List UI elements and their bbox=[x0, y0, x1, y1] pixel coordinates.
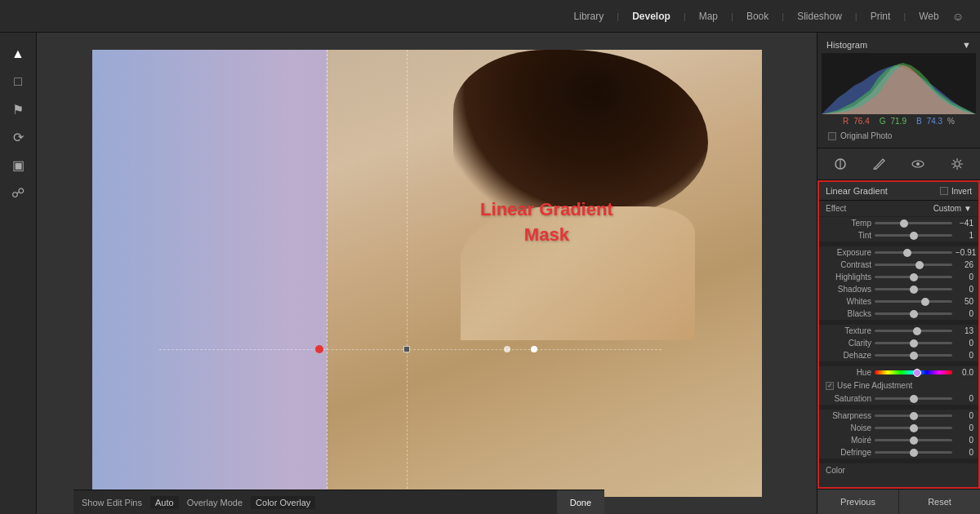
eye-icon[interactable] bbox=[907, 153, 929, 175]
nav-book[interactable]: Book bbox=[746, 11, 768, 22]
slider-texture-track[interactable] bbox=[875, 330, 952, 332]
slider-tint-label: Tint bbox=[824, 231, 871, 240]
nav-slideshow[interactable]: Slideshow bbox=[797, 11, 842, 22]
slider-hue: Hue 0.0 bbox=[819, 366, 978, 379]
slider-hue-value: 0.0 bbox=[956, 368, 973, 377]
slider-noise-track[interactable] bbox=[875, 427, 952, 429]
svg-point-4 bbox=[955, 162, 960, 166]
slider-exposure-value: −0.91 bbox=[956, 248, 973, 257]
tools-row bbox=[817, 148, 980, 180]
nav-sep-1: | bbox=[617, 11, 619, 21]
compare-tool[interactable]: ▣ bbox=[5, 152, 31, 178]
slider-exposure-label: Exposure bbox=[824, 248, 871, 257]
slider-tint-value: 1 bbox=[956, 231, 973, 240]
fine-adjustment-row: ✓ Use Fine Adjustment bbox=[819, 379, 978, 392]
effect-dropdown-icon: ▼ bbox=[964, 204, 972, 213]
fine-adjustment-checkbox[interactable]: ✓ bbox=[826, 382, 834, 390]
slider-sharpness-track[interactable] bbox=[875, 414, 952, 417]
slider-blacks-track[interactable] bbox=[875, 312, 952, 315]
slider-whites-track[interactable] bbox=[875, 300, 952, 303]
slider-contrast-value: 26 bbox=[956, 260, 973, 269]
local-adjustments-icon[interactable] bbox=[830, 153, 851, 175]
original-photo-row: Original Photo bbox=[822, 128, 976, 144]
previous-button[interactable]: Previous bbox=[817, 490, 898, 514]
gradient-square-point[interactable] bbox=[403, 346, 410, 352]
brush-icon[interactable] bbox=[869, 153, 890, 175]
done-button[interactable]: Done bbox=[557, 490, 604, 514]
reset-button[interactable]: Reset bbox=[898, 490, 980, 514]
slider-texture: Texture 13 bbox=[819, 325, 978, 337]
flag-tool[interactable]: ⚑ bbox=[5, 96, 31, 122]
nav-sep-3: | bbox=[731, 11, 733, 21]
slider-hue-label: Hue bbox=[824, 368, 871, 377]
slider-temp-track[interactable] bbox=[875, 222, 952, 224]
slider-highlights-value: 0 bbox=[956, 273, 973, 281]
effect-select[interactable]: Custom ▼ bbox=[933, 204, 972, 213]
nav-sep-6: | bbox=[903, 11, 906, 21]
slider-highlights-track[interactable] bbox=[875, 276, 952, 278]
slider-shadows-track[interactable] bbox=[875, 288, 952, 290]
slider-texture-label: Texture bbox=[824, 326, 871, 335]
show-edit-pins-value[interactable]: Auto bbox=[150, 496, 179, 509]
gradient-center-point[interactable] bbox=[315, 345, 323, 353]
histogram-title: Histogram bbox=[826, 40, 867, 50]
expand-tool[interactable]: ▲ bbox=[5, 41, 31, 67]
slider-temp: Temp −41 bbox=[819, 217, 978, 229]
slider-tint-track[interactable] bbox=[875, 234, 952, 237]
slider-contrast-label: Contrast bbox=[824, 260, 871, 269]
slider-tint: Tint 1 bbox=[819, 229, 978, 241]
percent-sign: % bbox=[947, 117, 955, 126]
panel-bottom: Previous Reset bbox=[817, 489, 980, 514]
histogram-expand-icon[interactable]: ▼ bbox=[962, 40, 971, 50]
slider-sharpness-label: Sharpness bbox=[824, 411, 871, 420]
slider-hue-track[interactable] bbox=[875, 370, 952, 374]
slider-moire-track[interactable] bbox=[875, 439, 952, 441]
nav-library[interactable]: Library bbox=[574, 11, 604, 22]
slider-exposure-track[interactable] bbox=[875, 251, 952, 254]
histogram-section: Histogram ▼ R 76.4 G bbox=[817, 33, 980, 148]
overlay-mode-label: Overlay Mode bbox=[187, 498, 243, 507]
slider-dehaze-label: Dehaze bbox=[824, 351, 871, 360]
nav-develop[interactable]: Develop bbox=[632, 11, 670, 22]
gradient-right-point-2[interactable] bbox=[531, 346, 537, 352]
slider-dehaze-track[interactable] bbox=[875, 354, 952, 357]
slider-defringe-track[interactable] bbox=[875, 451, 952, 454]
horizontal-guide bbox=[159, 349, 662, 350]
slider-whites-label: Whites bbox=[824, 297, 871, 306]
top-navigation: Library | Develop | Map | Book | Slidesh… bbox=[0, 0, 980, 33]
zoom-tool[interactable]: □ bbox=[5, 69, 31, 95]
slider-moire-value: 0 bbox=[956, 436, 973, 445]
slider-clarity-track[interactable] bbox=[875, 342, 952, 344]
r-value: 76.4 bbox=[853, 117, 869, 126]
slider-sharpness: Sharpness 0 bbox=[819, 410, 978, 422]
photo-canvas[interactable]: Linear Gradient Mask Show Edit Pins Auto… bbox=[37, 33, 817, 514]
slider-noise-label: Noise bbox=[824, 423, 871, 432]
slider-dehaze-value: 0 bbox=[956, 351, 973, 360]
rgb-values: R 76.4 G 71.9 B 74.3 % bbox=[822, 114, 976, 128]
slider-highlights: Highlights 0 bbox=[819, 271, 978, 283]
mask-header: Linear Gradient Invert bbox=[819, 182, 978, 201]
nav-map[interactable]: Map bbox=[699, 11, 718, 22]
slider-noise: Noise 0 bbox=[819, 422, 978, 434]
original-photo-label: Original Photo bbox=[840, 131, 892, 140]
slider-contrast-track[interactable] bbox=[875, 264, 952, 266]
info-tool[interactable]: ☍ bbox=[5, 179, 31, 206]
histogram-header: Histogram ▼ bbox=[822, 37, 976, 53]
show-edit-pins-label: Show Edit Pins bbox=[82, 498, 142, 507]
invert-checkbox[interactable] bbox=[940, 187, 948, 195]
slider-clarity-value: 0 bbox=[956, 339, 973, 348]
right-panel: Histogram ▼ R 76.4 G bbox=[817, 33, 980, 514]
settings-icon[interactable] bbox=[947, 153, 968, 175]
slider-moire: Moiré 0 bbox=[819, 434, 978, 446]
overlay-mode-value[interactable]: Color Overlay bbox=[251, 496, 315, 509]
original-photo-checkbox[interactable] bbox=[828, 132, 836, 140]
nav-print[interactable]: Print bbox=[871, 11, 891, 22]
rotate-tool[interactable]: ⟳ bbox=[5, 124, 31, 150]
slider-shadows: Shadows 0 bbox=[819, 283, 978, 295]
slider-saturation-track[interactable] bbox=[875, 397, 952, 400]
effect-value: Custom bbox=[933, 204, 961, 213]
slider-noise-value: 0 bbox=[956, 423, 973, 432]
user-icon[interactable]: ☺ bbox=[952, 10, 964, 23]
nav-web[interactable]: Web bbox=[919, 11, 938, 22]
gradient-right-point-1[interactable] bbox=[504, 346, 510, 352]
